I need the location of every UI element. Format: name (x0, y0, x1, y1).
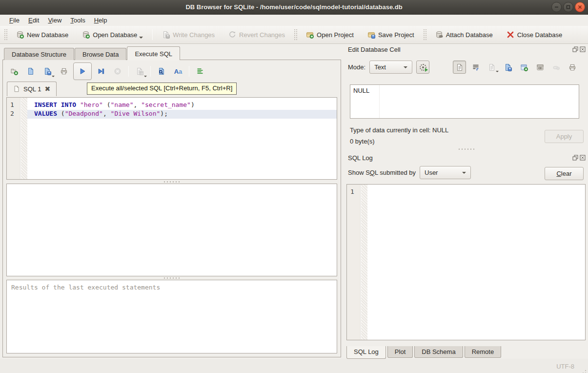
sql-log-view[interactable]: 1 (346, 184, 586, 340)
format-sql-button[interactable] (193, 64, 207, 79)
word-wrap-button[interactable] (469, 61, 482, 74)
close-dock-icon[interactable] (580, 155, 586, 161)
open-project-button[interactable]: Open Project (302, 28, 358, 41)
write-changes-icon (162, 31, 170, 39)
execute-tooltip: Execute all/selected SQL [Ctrl+Return, F… (87, 83, 237, 95)
line-number: 2 (7, 110, 20, 119)
revert-changes-button: Revert Changes (224, 28, 289, 41)
bottom-tab-remote[interactable]: Remote (465, 346, 502, 358)
line-number: 1 (7, 101, 20, 110)
open-sql-file-button[interactable] (23, 64, 38, 79)
results-message-pane[interactable]: Results of the last executed statements (6, 280, 337, 353)
cell-editor[interactable]: NULL (350, 84, 579, 119)
attach-database-button[interactable]: Attach Database (431, 28, 497, 41)
save-as-file-icon (504, 63, 512, 71)
menu-file[interactable]: File (5, 16, 24, 25)
tab-browse-data[interactable]: Browse Data (75, 48, 126, 60)
stop-execution-icon (114, 67, 122, 75)
close-tab-icon[interactable]: ✖ (44, 85, 50, 92)
text-mode-icon (456, 63, 464, 71)
save-results-icon (136, 67, 143, 75)
line-number-gutter: 12 (7, 98, 20, 179)
resize-grip[interactable] (585, 370, 586, 371)
print-cell-button[interactable] (566, 61, 579, 74)
export-data-button[interactable] (517, 61, 530, 74)
menu-tools[interactable]: Tools (66, 16, 89, 25)
new-database-icon (16, 31, 24, 39)
code-area[interactable]: INSERT INTO "hero" ("name", "secret_name… (27, 98, 337, 179)
cell-toolbar (416, 61, 579, 74)
log-filter-combobox[interactable]: User (420, 166, 471, 179)
find-replace-button[interactable]: Aa (171, 64, 185, 79)
sql-code-editor[interactable]: 12 INSERT INTO "hero" ("name", "secret_n… (6, 97, 337, 180)
log-line-number: 1 (347, 188, 360, 197)
toolbar-drag-handle (423, 29, 426, 41)
bottom-tab-bar: SQL LogPlotDB SchemaRemote (346, 346, 503, 359)
new-sql-tab-button[interactable] (7, 64, 21, 79)
sql-tab[interactable]: SQL 1 ✖ (7, 82, 57, 96)
print-cell-icon (568, 63, 576, 71)
maximize-icon (566, 4, 571, 10)
write-changes-button: Write Changes (158, 28, 219, 41)
cell-mode-row: Mode: Text (348, 61, 585, 74)
float-dock-icon[interactable] (572, 46, 578, 52)
apply-button: Apply (545, 130, 584, 143)
import-from-file-icon (488, 63, 496, 71)
menu-view[interactable]: View (43, 16, 66, 25)
export-data-icon (520, 63, 528, 71)
minimize-button[interactable] (551, 2, 562, 12)
menu-help[interactable]: Help (90, 16, 112, 25)
bottom-tab-plot[interactable]: Plot (387, 346, 413, 358)
text-mode-button[interactable] (453, 61, 466, 74)
fold-margin (21, 98, 27, 179)
results-grid-pane[interactable] (6, 184, 337, 276)
execute-current-line-button[interactable] (94, 64, 108, 79)
print-sql-button[interactable] (57, 64, 71, 79)
editor-results-splitter[interactable] (6, 181, 337, 183)
float-dock-icon[interactable] (572, 155, 578, 161)
execute-all-button[interactable] (73, 62, 92, 80)
encoding-label: UTF-8 (556, 363, 574, 370)
chevron-down-icon (462, 172, 466, 174)
save-as-file-button[interactable] (501, 61, 514, 74)
sql-tab-label: SQL 1 (23, 85, 41, 93)
save-sql-file-icon (43, 67, 51, 75)
bottom-tab-db-schema[interactable]: DB Schema (414, 346, 463, 358)
open-in-external-button[interactable] (533, 61, 547, 74)
mode-combobox[interactable]: Text (369, 61, 412, 74)
save-results-button (132, 64, 147, 79)
code-line: VALUES ("Deadpond", "Dive Wilson"); (27, 110, 337, 119)
open-in-external-icon (536, 63, 544, 71)
open-database-icon (82, 31, 90, 39)
close-dock-icon[interactable] (580, 46, 586, 52)
save-project-button[interactable]: Save Project (363, 28, 419, 41)
cell-size-info: 0 byte(s) (350, 138, 375, 145)
tab-execute-sql[interactable]: Execute SQL (127, 46, 180, 60)
toolbar-separator (152, 29, 153, 40)
log-filter-value: User (425, 169, 438, 176)
code-line: INSERT INTO "hero" ("name", "secret_name… (27, 101, 337, 110)
close-database-button[interactable]: Close Database (502, 28, 567, 41)
open-database-button[interactable]: Open Database (78, 28, 147, 41)
grid-message-splitter[interactable] (6, 277, 337, 279)
new-database-button[interactable]: New Database (12, 28, 73, 41)
green-arrow-icon (425, 68, 428, 72)
close-button[interactable] (575, 2, 585, 12)
dock-splitter[interactable] (345, 147, 588, 150)
maximize-button[interactable] (563, 2, 573, 12)
clear-log-button[interactable]: Clear (545, 167, 584, 180)
apply-cell-changes-button[interactable] (416, 61, 429, 74)
new-sql-tab-icon (10, 67, 18, 75)
save-sql-file-button[interactable] (40, 64, 55, 79)
tab-database-structure[interactable]: Database Structure (4, 48, 74, 60)
menu-edit[interactable]: Edit (24, 16, 43, 25)
statusbar: UTF-8 (0, 359, 588, 373)
bottom-tab-sql-log[interactable]: SQL Log (346, 346, 386, 359)
minimize-icon (554, 4, 559, 10)
toolbar-drag-handle (294, 29, 297, 41)
find-text-button[interactable] (154, 64, 169, 79)
toolbar-drag-handle (4, 29, 7, 41)
mode-label: Mode: (348, 63, 365, 71)
execute-current-line-icon (97, 67, 105, 75)
chevron-down-icon[interactable] (139, 37, 143, 39)
